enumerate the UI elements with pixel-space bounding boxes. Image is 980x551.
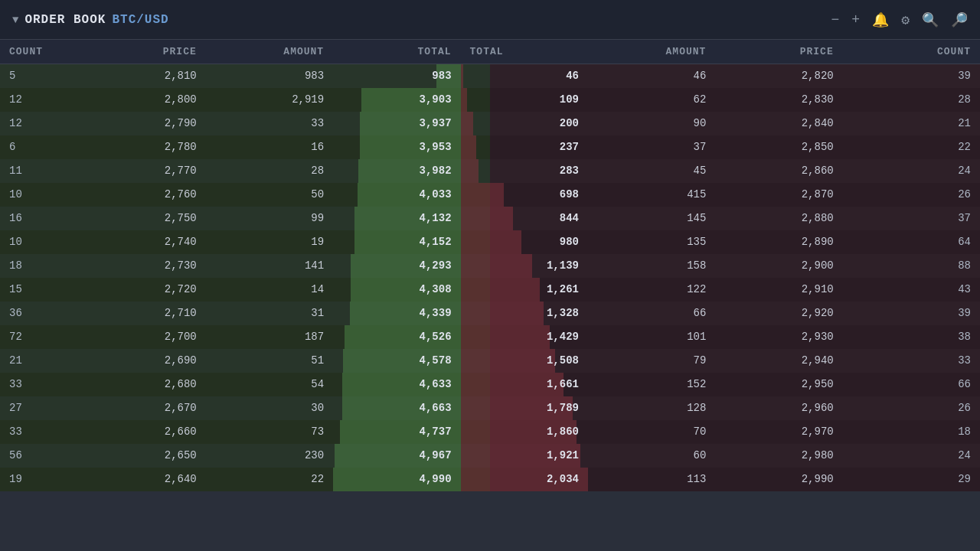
ask-count-cell: 24 xyxy=(843,159,980,183)
ask-total-cell: 1,429 xyxy=(461,325,588,349)
ask-total-cell: 844 xyxy=(461,207,588,230)
ask-amount-cell: 113 xyxy=(588,468,715,491)
table-row: 332,660734,7371,860702,97018 xyxy=(0,420,980,444)
bid-amount-cell: 31 xyxy=(206,302,333,325)
bid-amount-cell: 187 xyxy=(206,325,333,349)
ask-count-cell: 39 xyxy=(843,302,980,325)
bid-total-cell: 3,953 xyxy=(333,135,460,159)
ask-total-cell: 1,921 xyxy=(461,444,588,468)
bid-amount-cell: 28 xyxy=(206,159,333,183)
bid-total-cell: 4,293 xyxy=(333,254,460,278)
bid-total-cell: 4,033 xyxy=(333,183,460,207)
ask-amount-cell: 122 xyxy=(588,278,715,302)
ask-amount-cell: 158 xyxy=(588,254,715,278)
ask-total-cell: 200 xyxy=(461,112,588,135)
ask-count-cell: 18 xyxy=(843,420,980,444)
col-ask-count: COUNT xyxy=(843,40,980,64)
ask-amount-cell: 415 xyxy=(588,183,715,207)
bid-price-cell: 2,790 xyxy=(78,112,205,135)
ask-amount-cell: 45 xyxy=(588,159,715,183)
zoom-out-icon[interactable]: 🔍 xyxy=(922,11,939,28)
table-row: 182,7301414,2931,1391582,90088 xyxy=(0,254,980,278)
bid-count-cell: 33 xyxy=(0,420,78,444)
bid-count-cell: 56 xyxy=(0,444,78,468)
bid-count-cell: 12 xyxy=(0,112,78,135)
ask-price-cell: 2,960 xyxy=(715,396,842,420)
bid-total-cell: 4,990 xyxy=(333,468,460,491)
ask-amount-cell: 66 xyxy=(588,302,715,325)
bid-count-cell: 33 xyxy=(0,373,78,396)
bid-amount-cell: 54 xyxy=(206,373,333,396)
bid-price-cell: 2,640 xyxy=(78,468,205,491)
ask-amount-cell: 37 xyxy=(588,135,715,159)
ask-total-cell: 283 xyxy=(461,159,588,183)
bid-total-cell: 4,339 xyxy=(333,302,460,325)
bid-amount-cell: 50 xyxy=(206,183,333,207)
bid-total-cell: 4,633 xyxy=(333,373,460,396)
table-row: 362,710314,3391,328662,92039 xyxy=(0,302,980,325)
bid-price-cell: 2,660 xyxy=(78,420,205,444)
ask-amount-cell: 135 xyxy=(588,230,715,254)
bid-count-cell: 21 xyxy=(0,349,78,373)
bid-price-cell: 2,670 xyxy=(78,396,205,420)
bid-count-cell: 18 xyxy=(0,254,78,278)
ask-total-cell: 980 xyxy=(461,230,588,254)
bell-icon[interactable]: 🔔 xyxy=(872,11,889,28)
ask-count-cell: 64 xyxy=(843,230,980,254)
gear-icon[interactable]: ⚙ xyxy=(901,11,910,28)
bid-total-cell: 4,663 xyxy=(333,396,460,420)
ask-price-cell: 2,950 xyxy=(715,373,842,396)
ask-count-cell: 26 xyxy=(843,183,980,207)
order-book-body: 52,81098398346462,82039122,8002,9193,903… xyxy=(0,64,980,492)
col-ask-price: PRICE xyxy=(715,40,842,64)
ask-total-cell: 698 xyxy=(461,183,588,207)
ask-amount-cell: 128 xyxy=(588,396,715,420)
bid-amount-cell: 2,919 xyxy=(206,88,333,112)
zoom-in-icon[interactable]: 🔎 xyxy=(951,11,968,28)
ask-total-cell: 109 xyxy=(461,88,588,112)
col-bid-count: COUNT xyxy=(0,40,78,64)
ask-price-cell: 2,820 xyxy=(715,64,842,89)
bid-count-cell: 11 xyxy=(0,159,78,183)
ask-price-cell: 2,990 xyxy=(715,468,842,491)
col-bid-price: PRICE xyxy=(78,40,205,64)
ask-total-cell: 1,139 xyxy=(461,254,588,278)
bid-price-cell: 2,800 xyxy=(78,88,205,112)
bid-price-cell: 2,750 xyxy=(78,207,205,230)
bid-count-cell: 27 xyxy=(0,396,78,420)
ask-price-cell: 2,850 xyxy=(715,135,842,159)
bid-count-cell: 5 xyxy=(0,64,78,89)
table-row: 722,7001874,5261,4291012,93038 xyxy=(0,325,980,349)
table-row: 162,750994,1328441452,88037 xyxy=(0,207,980,230)
table-row: 192,640224,9902,0341132,99029 xyxy=(0,468,980,491)
chevron-icon[interactable]: ▼ xyxy=(12,14,18,26)
ask-total-cell: 1,261 xyxy=(461,278,588,302)
header: ▼ ORDER BOOK BTC/USD − + 🔔 ⚙ 🔍 🔎 xyxy=(0,0,980,40)
bid-price-cell: 2,730 xyxy=(78,254,205,278)
minus-icon[interactable]: − xyxy=(831,12,840,28)
ask-price-cell: 2,870 xyxy=(715,183,842,207)
ask-total-cell: 2,034 xyxy=(461,468,588,491)
ask-price-cell: 2,840 xyxy=(715,112,842,135)
col-ask-amount: AMOUNT xyxy=(588,40,715,64)
bid-total-cell: 3,903 xyxy=(333,88,460,112)
order-book-table: COUNT PRICE AMOUNT TOTAL TOTAL AMOUNT PR… xyxy=(0,40,980,491)
ask-amount-cell: 46 xyxy=(588,64,715,89)
bid-count-cell: 10 xyxy=(0,230,78,254)
ask-price-cell: 2,980 xyxy=(715,444,842,468)
ask-total-cell: 1,860 xyxy=(461,420,588,444)
header-actions: − + 🔔 ⚙ 🔍 🔎 xyxy=(831,11,968,28)
col-ask-total: TOTAL xyxy=(461,40,588,64)
table-row: 562,6502304,9671,921602,98024 xyxy=(0,444,980,468)
bid-total-cell: 3,982 xyxy=(333,159,460,183)
table-row: 52,81098398346462,82039 xyxy=(0,64,980,89)
bid-amount-cell: 19 xyxy=(206,230,333,254)
bid-count-cell: 12 xyxy=(0,88,78,112)
ask-price-cell: 2,920 xyxy=(715,302,842,325)
bid-price-cell: 2,700 xyxy=(78,325,205,349)
ask-count-cell: 28 xyxy=(843,88,980,112)
ask-count-cell: 33 xyxy=(843,349,980,373)
bid-total-cell: 3,937 xyxy=(333,112,460,135)
plus-icon[interactable]: + xyxy=(851,12,860,28)
ask-count-cell: 66 xyxy=(843,373,980,396)
